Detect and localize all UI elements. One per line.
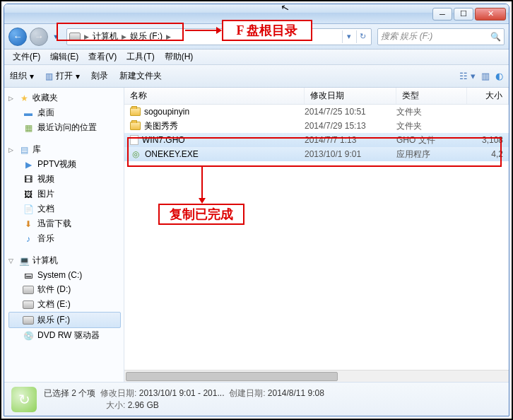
sidebar-item-documents[interactable]: 📄文档 <box>8 202 124 216</box>
sidebar-item-pictures[interactable]: 🖼图片 <box>8 187 124 202</box>
file-list-area: 名称 修改日期 类型 大小 sogoupinyin2014/7/25 10:51… <box>124 88 509 382</box>
details-pane: ↻ 已选择 2 个项 修改日期: 2013/10/1 9:01 - 201...… <box>4 382 509 416</box>
menu-tools[interactable]: 工具(T) <box>122 49 158 64</box>
folder-icon <box>130 107 141 116</box>
chevron-right-icon[interactable]: ▶ <box>120 33 128 40</box>
close-button[interactable]: ✕ <box>475 8 506 21</box>
file-date: 2014/7/29 15:13 <box>305 121 396 131</box>
minimize-button[interactable]: ─ <box>432 8 452 21</box>
file-name: ONEKEY.EXE <box>145 149 199 159</box>
file-date: 2014/7/7 1:13 <box>305 135 396 145</box>
sidebar-item-desktop[interactable]: ▬桌面 <box>8 105 124 120</box>
file-type: GHO 文件 <box>396 134 467 146</box>
toolbar: 组织 ▾ ▥ 打开 ▾ 刻录 新建文件夹 ☷ ▾ ▥ ◐ <box>4 65 509 88</box>
sidebar-item-recent[interactable]: ▦最近访问的位置 <box>8 120 124 135</box>
table-row[interactable]: WIN7.GHO2014/7/7 1:13GHO 文件3,108 <box>124 133 509 147</box>
horizontal-scrollbar[interactable] <box>124 370 509 382</box>
file-name: sogoupinyin <box>144 107 189 117</box>
computer-icon <box>69 33 81 41</box>
file-date: 2013/10/1 9:01 <box>305 149 396 159</box>
chevron-right-icon[interactable]: ▶ <box>83 33 90 40</box>
sidebar-item-drive-f[interactable]: 娱乐 (F:) <box>8 312 121 328</box>
search-input[interactable]: 搜索 娱乐 (F:) 🔍 <box>377 28 505 45</box>
open-button[interactable]: ▥ 打开 ▾ <box>45 70 80 82</box>
table-row[interactable]: 美图秀秀2014/7/29 15:13文件夹 <box>124 119 509 133</box>
menu-help[interactable]: 帮助(H) <box>160 49 198 64</box>
preview-pane-icon[interactable]: ▥ <box>481 71 490 81</box>
navbar: ← → ▼ ▶ 计算机 ▶ 娱乐 (F:) ▶ ▾ ↻ 搜索 娱乐 (F:) 🔍 <box>4 24 509 49</box>
favorites-header[interactable]: ▷★收藏夹 <box>8 91 124 105</box>
address-bar[interactable]: ▶ 计算机 ▶ 娱乐 (F:) ▶ ▾ ↻ <box>66 28 372 45</box>
selection-icon: ↻ <box>11 387 37 412</box>
col-name[interactable]: 名称 <box>124 88 305 104</box>
computer-header[interactable]: ▽💻计算机 <box>8 253 124 268</box>
file-type: 文件夹 <box>396 106 467 118</box>
sidebar-item-music[interactable]: ♪音乐 <box>8 231 124 246</box>
file-type: 文件夹 <box>396 120 467 132</box>
menu-view[interactable]: 查看(V) <box>84 49 121 64</box>
file-size: 4,2 <box>467 149 509 159</box>
content-area: ▷★收藏夹 ▬桌面 ▦最近访问的位置 ▷▤库 ▶PPTV视频 🎞视频 🖼图片 📄… <box>4 88 509 382</box>
search-icon: 🔍 <box>490 32 501 42</box>
refresh-icon[interactable]: ↻ <box>356 30 369 43</box>
back-button[interactable]: ← <box>8 28 27 46</box>
screenshot-frame: ─ ☐ ✕ ← → ▼ ▶ 计算机 ▶ 娱乐 (F:) ▶ ▾ ↻ 搜索 娱乐 … <box>0 0 513 420</box>
sidebar-item-drive-e[interactable]: 文档 (E:) <box>8 297 124 312</box>
dropdown-icon[interactable]: ▾ <box>342 30 355 43</box>
file-list[interactable]: sogoupinyin2014/7/25 10:51文件夹美图秀秀2014/7/… <box>124 105 509 370</box>
col-date[interactable]: 修改日期 <box>305 88 396 104</box>
file-date: 2014/7/25 10:51 <box>305 107 396 117</box>
file-size: 3,108 <box>467 135 509 145</box>
breadcrumb-computer[interactable]: 计算机 <box>90 29 120 45</box>
table-row[interactable]: sogoupinyin2014/7/25 10:51文件夹 <box>124 105 509 119</box>
libraries-header[interactable]: ▷▤库 <box>8 142 124 157</box>
folder-icon <box>130 122 141 130</box>
maximize-button[interactable]: ☐ <box>454 8 473 21</box>
menu-edit[interactable]: 编辑(E) <box>46 49 83 64</box>
breadcrumb-drive[interactable]: 娱乐 (F:) <box>128 29 165 45</box>
explorer-window: ─ ☐ ✕ ← → ▼ ▶ 计算机 ▶ 娱乐 (F:) ▶ ▾ ↻ 搜索 娱乐 … <box>4 4 509 416</box>
file-icon <box>130 135 138 145</box>
newfolder-button[interactable]: 新建文件夹 <box>119 70 162 82</box>
view-options-icon[interactable]: ☷ ▾ <box>459 71 476 81</box>
help-icon[interactable]: ◐ <box>495 71 503 81</box>
sidebar-item-dvd[interactable]: 💿DVD RW 驱动器 <box>8 328 124 343</box>
sidebar-item-videos[interactable]: 🎞视频 <box>8 172 124 187</box>
status-text: 已选择 2 个项 修改日期: 2013/10/1 9:01 - 201... 创… <box>44 387 324 412</box>
table-row[interactable]: ◎ONEKEY.EXE2013/10/1 9:01应用程序4,2 <box>124 147 509 161</box>
search-placeholder: 搜索 娱乐 (F:) <box>381 30 432 42</box>
history-dropdown[interactable]: ▼ <box>51 30 61 44</box>
file-name: 美图秀秀 <box>144 120 178 132</box>
burn-button[interactable]: 刻录 <box>91 70 108 82</box>
sidebar-item-xunlei[interactable]: ⬇迅雷下载 <box>8 216 124 231</box>
col-size[interactable]: 大小 <box>467 88 509 104</box>
titlebar: ─ ☐ ✕ <box>4 4 509 24</box>
col-type[interactable]: 类型 <box>396 88 467 104</box>
sidebar-item-pptv[interactable]: ▶PPTV视频 <box>8 157 124 172</box>
scrollbar-thumb[interactable] <box>126 372 338 381</box>
file-name: WIN7.GHO <box>142 135 185 145</box>
menubar: 文件(F) 编辑(E) 查看(V) 工具(T) 帮助(H) <box>4 49 509 65</box>
menu-file[interactable]: 文件(F) <box>8 49 45 64</box>
forward-button[interactable]: → <box>30 28 48 46</box>
organize-button[interactable]: 组织 ▾ <box>10 70 34 82</box>
sidebar-item-drive-d[interactable]: 软件 (D:) <box>8 282 124 297</box>
app-icon: ◎ <box>130 148 141 160</box>
sidebar-item-drive-c[interactable]: 🖴System (C:) <box>8 268 124 282</box>
navigation-pane: ▷★收藏夹 ▬桌面 ▦最近访问的位置 ▷▤库 ▶PPTV视频 🎞视频 🖼图片 📄… <box>4 88 124 382</box>
file-type: 应用程序 <box>396 148 467 161</box>
column-headers: 名称 修改日期 类型 大小 <box>124 88 509 105</box>
chevron-right-icon[interactable]: ▶ <box>165 33 172 40</box>
